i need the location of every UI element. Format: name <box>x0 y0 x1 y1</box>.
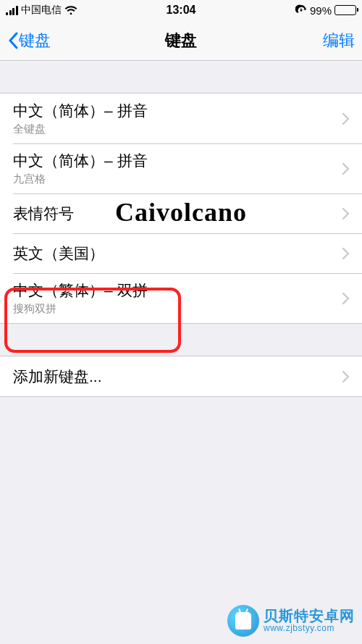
row-title: 英文（美国） <box>13 243 104 264</box>
wifi-icon <box>64 6 77 15</box>
add-keyboard-row[interactable]: 添加新键盘... <box>0 356 362 396</box>
chevron-right-icon <box>342 248 349 259</box>
row-title: 添加新键盘... <box>13 367 102 387</box>
watermark-site-name: 贝斯特安卓网 <box>264 609 355 624</box>
chevron-left-icon <box>7 32 19 49</box>
status-right: 99% <box>295 4 356 17</box>
back-label: 键盘 <box>19 30 51 51</box>
keyboard-row[interactable]: 中文（简体）– 拼音 全键盘 <box>0 93 362 143</box>
row-subtitle: 搜狗双拼 <box>13 302 148 316</box>
battery-pct-label: 99% <box>310 4 332 17</box>
chevron-right-icon <box>342 371 349 382</box>
status-bar: 中国电信 13:04 99% <box>0 0 362 20</box>
site-watermark: 贝斯特安卓网 www.zjbstyy.com <box>227 605 355 637</box>
watermark-logo-icon <box>227 605 259 637</box>
watermark-site-url: www.zjbstyy.com <box>264 624 334 633</box>
row-subtitle: 全键盘 <box>13 122 148 136</box>
chevron-right-icon <box>342 293 349 304</box>
chevron-right-icon <box>342 208 349 219</box>
keyboard-list: 中文（简体）– 拼音 全键盘 中文（简体）– 拼音 九宫格 表情符号 英文（美国… <box>0 93 362 324</box>
carrier-label: 中国电信 <box>21 4 62 17</box>
battery-icon <box>334 5 356 15</box>
page-title: 键盘 <box>165 30 197 51</box>
svg-rect-0 <box>300 9 303 11</box>
row-title: 中文（简体）– 拼音 <box>13 101 148 121</box>
row-title: 中文（简体）– 拼音 <box>13 151 148 171</box>
signal-icon <box>6 6 18 15</box>
status-left: 中国电信 <box>6 4 77 17</box>
nav-bar: 键盘 键盘 编辑 <box>0 20 362 61</box>
keyboard-row[interactable]: 中文（繁体）– 双拼 搜狗双拼 <box>0 273 362 323</box>
back-button[interactable]: 键盘 <box>7 30 51 51</box>
rotation-lock-icon <box>295 4 307 16</box>
row-subtitle: 九宫格 <box>13 172 148 186</box>
keyboard-row[interactable]: 中文（简体）– 拼音 九宫格 <box>0 143 362 193</box>
row-title: 中文（繁体）– 双拼 <box>13 280 148 301</box>
add-keyboard-group: 添加新键盘... <box>0 356 362 397</box>
edit-button[interactable]: 编辑 <box>323 30 355 51</box>
status-time: 13:04 <box>167 4 196 17</box>
keyboard-row[interactable]: 表情符号 <box>0 193 362 233</box>
keyboard-row[interactable]: 英文（美国） <box>0 233 362 273</box>
chevron-right-icon <box>342 113 349 125</box>
chevron-right-icon <box>342 163 349 175</box>
row-title: 表情符号 <box>13 204 74 224</box>
